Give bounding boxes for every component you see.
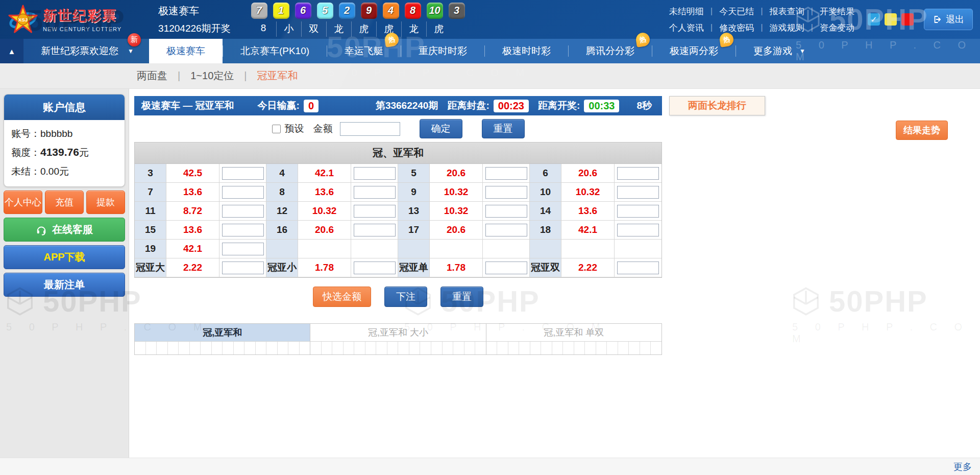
tab-更多游戏[interactable]: 更多游戏▼ — [736, 39, 823, 63]
bet-amount-input[interactable] — [617, 262, 659, 274]
bet-amount-input[interactable] — [617, 167, 659, 180]
amount-label: 金额 — [313, 122, 333, 135]
trend-cell — [453, 342, 464, 354]
trend-tab-冠,亚军和[interactable]: 冠,亚军和 — [135, 324, 310, 342]
bet-amount-input[interactable] — [222, 186, 264, 199]
reset-bets-button[interactable]: 重置 — [440, 287, 483, 307]
account-panel-title[interactable]: 账户信息 — [4, 94, 125, 120]
theme-swatch[interactable] — [885, 13, 897, 26]
bet-option-label: 9 — [398, 183, 430, 202]
bet-option-label: 13 — [398, 202, 430, 221]
trend-cell — [168, 342, 179, 354]
bet-amount-input[interactable] — [485, 186, 527, 199]
trend-tab-冠,亚军和 大小[interactable]: 冠,亚军和 大小 — [310, 324, 486, 342]
online-service-button[interactable]: 在线客服 — [4, 218, 125, 242]
game-status-bar: 极速赛车 — 冠亚军和 今日输赢: 0 第33662240期 距离封盘: 00:… — [134, 96, 662, 115]
sidebar-button-充值[interactable]: 充值 — [45, 191, 84, 214]
bet-amount-input[interactable] — [485, 262, 527, 274]
divider: | — [811, 22, 813, 33]
nav-collapse-button[interactable]: ▲ — [0, 39, 23, 63]
table-row: 713.6813.6910.321010.32 — [135, 183, 662, 202]
bet-option-label: 冠亚单 — [398, 258, 430, 277]
subnav-item-两面盘[interactable]: 两面盘 — [137, 69, 167, 83]
place-bet-button[interactable]: 下注 — [384, 287, 427, 307]
theme-swatch[interactable] — [901, 13, 914, 26]
bet-amount-input[interactable] — [354, 205, 396, 218]
more-link[interactable]: 更多 — [953, 461, 972, 473]
sidebar-button-提款[interactable]: 提款 — [86, 191, 125, 214]
bet-amount-input[interactable] — [354, 186, 396, 199]
bet-option-odds: 10.32 — [430, 183, 483, 202]
header-link-4[interactable]: 资金变动 — [820, 22, 854, 34]
bet-option-odds: 2.22 — [561, 258, 615, 277]
open-countdown-label: 距离开奖: — [538, 99, 580, 112]
bet-amount-input[interactable] — [354, 262, 396, 274]
header-link-1[interactable]: 个人资讯 — [669, 22, 704, 34]
trend-tab-冠,亚军和 单双[interactable]: 冠,亚军和 单双 — [486, 324, 662, 342]
sidebar-button-个人中心[interactable]: 个人中心 — [4, 191, 42, 214]
bet-option-label: 冠亚双 — [530, 258, 561, 277]
result-trend-button[interactable]: 结果走势 — [896, 121, 948, 140]
headset-icon — [36, 224, 47, 235]
tab-北京赛车(PK10)[interactable]: 北京赛车(PK10) — [223, 39, 327, 63]
bet-option-label: 10 — [530, 183, 561, 202]
trend-cell — [552, 342, 564, 354]
divider: | — [178, 70, 180, 82]
trend-cell — [354, 342, 365, 354]
bet-input-cell — [219, 183, 266, 202]
bet-amount-input[interactable] — [485, 205, 527, 218]
tab-极速时时彩[interactable]: 极速时时彩 — [485, 39, 568, 63]
confirm-button[interactable]: 确定 — [420, 119, 462, 138]
nav-welcome-menu[interactable]: 新世纪彩票欢迎您 ▼ 新 — [23, 39, 149, 63]
trend-cell — [486, 342, 498, 354]
amount-input[interactable] — [340, 122, 400, 136]
app-download-button[interactable]: APP下载 — [4, 245, 125, 269]
bet-amount-input[interactable] — [222, 262, 264, 274]
quick-amount-button[interactable]: 快选金额 — [313, 287, 371, 307]
preset-checkbox[interactable] — [272, 125, 281, 133]
bet-amount-input[interactable] — [354, 167, 396, 180]
bet-actions: 快选金额 下注 重置 — [134, 287, 662, 307]
site-logo[interactable]: XSJ 新世纪彩票 NEW CENTURY LOTTERY — [7, 4, 121, 35]
bet-option-odds: 42.5 — [166, 164, 219, 183]
header-link-2[interactable]: 修改密码 — [719, 22, 754, 34]
subnav-item-冠亚军和[interactable]: 冠亚军和 — [257, 69, 298, 83]
bet-amount-input[interactable] — [617, 186, 659, 199]
header-link-4[interactable]: 开奖结果 — [820, 6, 854, 17]
bet-input-cell — [351, 164, 398, 183]
empty-cell — [266, 240, 298, 258]
bet-option-odds: 42.1 — [298, 164, 351, 183]
tab-腾讯分分彩[interactable]: 腾讯分分彩热 — [569, 39, 652, 63]
bet-amount-input[interactable] — [222, 205, 264, 218]
subnav-item-1~10定位[interactable]: 1~10定位 — [190, 69, 234, 83]
header-link-3[interactable]: 报表查询 — [770, 6, 804, 17]
trend-cell — [409, 342, 421, 354]
trend-cell — [464, 342, 476, 354]
header-link-3[interactable]: 游戏规则 — [770, 22, 804, 34]
trend-cell — [640, 342, 651, 354]
bet-amount-input[interactable] — [222, 167, 264, 180]
bet-amount-input[interactable] — [617, 224, 659, 236]
header-link-2[interactable]: 今天已结 — [719, 6, 754, 17]
empty-cell — [530, 240, 561, 258]
logout-button[interactable]: 退出 — [924, 9, 973, 30]
reset-amount-button[interactable]: 重置 — [482, 119, 525, 138]
tab-重庆时时彩[interactable]: 重庆时时彩 — [401, 39, 484, 63]
latest-bets-button[interactable]: 最新注单 — [4, 273, 125, 297]
bet-option-label: 3 — [135, 164, 166, 183]
tab-极速两分彩[interactable]: 极速两分彩热 — [652, 39, 736, 63]
bet-amount-input[interactable] — [222, 243, 264, 255]
tab-幸运飞艇[interactable]: 幸运飞艇热 — [327, 39, 401, 63]
site-subtitle: NEW CENTURY LOTTERY — [43, 26, 121, 32]
bet-amount-input[interactable] — [485, 224, 527, 236]
bet-amount-input[interactable] — [354, 224, 396, 236]
tab-极速赛车[interactable]: 极速赛车 — [149, 39, 223, 63]
empty-cell — [561, 240, 615, 258]
trend-section — [310, 342, 486, 354]
bet-amount-input[interactable] — [485, 167, 527, 180]
header-link-1[interactable]: 未结明细 — [669, 6, 704, 17]
theme-swatch[interactable]: ✓ — [868, 13, 880, 26]
bet-amount-input[interactable] — [222, 224, 264, 236]
two-side-dragon-ranking-button[interactable]: 两面长龙排行 — [669, 96, 765, 115]
bet-amount-input[interactable] — [617, 205, 659, 218]
